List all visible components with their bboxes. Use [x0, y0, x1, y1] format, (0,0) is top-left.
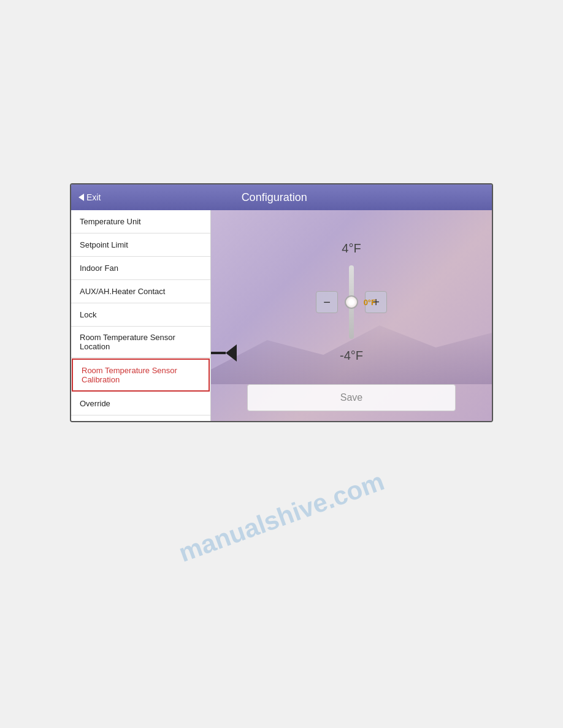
page-title: Configuration [101, 191, 448, 204]
sidebar-item-indoor-fan-label: Indoor Fan [80, 264, 118, 273]
slider-row: − 0°F + [316, 265, 387, 339]
exit-button[interactable]: Exit [79, 192, 101, 202]
sidebar-item-override[interactable]: Override [71, 392, 210, 415]
sidebar-item-indoor-fan[interactable]: Indoor Fan [71, 257, 210, 280]
current-value: 0°F [364, 298, 376, 307]
watermark: manualshive.com [175, 466, 388, 568]
main-content: Temperature Unit Setpoint Limit Indoor F… [71, 210, 492, 421]
sidebar-item-lock-label: Lock [80, 310, 96, 319]
arrow-indicator [211, 344, 237, 362]
sidebar-item-room-temp-sensor-location[interactable]: Room Temperature Sensor Location [71, 327, 210, 358]
slider-thumb[interactable] [345, 295, 358, 309]
sidebar-item-room-temp-sensor-calibration[interactable]: Room Temperature Sensor Calibration [72, 358, 210, 392]
sidebar-item-aux-ah-heater[interactable]: AUX/AH.Heater Contact [71, 280, 210, 303]
exit-label: Exit [86, 192, 101, 202]
minus-button[interactable]: − [316, 291, 338, 313]
sidebar: Temperature Unit Setpoint Limit Indoor F… [71, 210, 211, 421]
temp-bottom-value: -4°F [340, 349, 363, 363]
header-bar: Exit Configuration [71, 184, 492, 210]
sidebar-item-room-temp-sensor-calibration-label: Room Temperature Sensor Calibration [82, 366, 200, 384]
sidebar-item-lock[interactable]: Lock [71, 303, 210, 327]
slider-section: 4°F − 0°F + [316, 220, 387, 384]
right-panel: 4°F − 0°F + [211, 210, 492, 421]
page-wrapper: manualshive.com Exit Configuration Tempe… [0, 0, 563, 728]
save-button[interactable]: Save [247, 384, 456, 411]
minus-icon: − [323, 295, 331, 309]
temp-top-value: 4°F [342, 241, 361, 256]
device-frame: Exit Configuration Temperature Unit Setp… [70, 183, 493, 422]
slider-track-wrapper: 0°F [349, 265, 354, 339]
sidebar-item-setpoint-limit[interactable]: Setpoint Limit [71, 233, 210, 257]
slider-track[interactable]: 0°F [349, 265, 354, 339]
sidebar-item-aux-ah-heater-label: AUX/AH.Heater Contact [80, 287, 165, 296]
sidebar-item-override-label: Override [80, 399, 110, 408]
sidebar-item-temperature-unit-label: Temperature Unit [80, 217, 141, 226]
sidebar-item-louver[interactable]: Louver [71, 415, 210, 421]
arrow-line [211, 352, 226, 354]
sidebar-item-room-temp-sensor-location-label: Room Temperature Sensor Location [80, 333, 202, 351]
arrow-left-icon [226, 344, 237, 362]
chevron-left-icon [79, 194, 84, 201]
sidebar-item-temperature-unit[interactable]: Temperature Unit [71, 210, 210, 233]
sidebar-item-setpoint-limit-label: Setpoint Limit [80, 240, 128, 249]
